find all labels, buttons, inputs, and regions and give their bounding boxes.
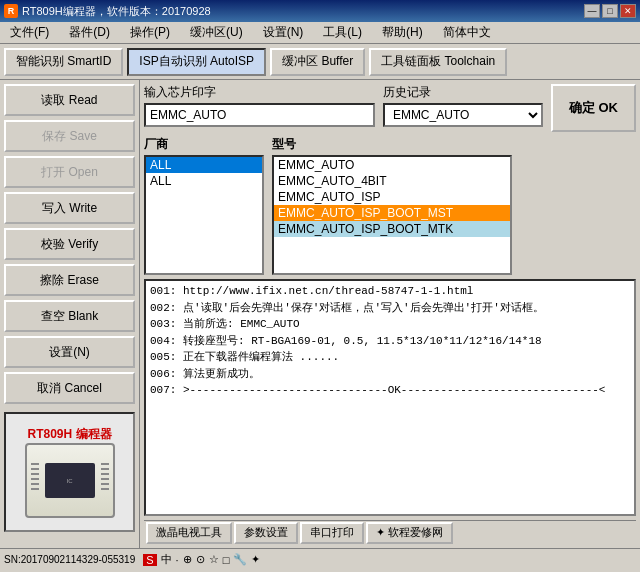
- minimize-button[interactable]: —: [584, 4, 600, 18]
- menu-operation[interactable]: 操作(P): [124, 22, 176, 43]
- save-button[interactable]: 保存 Save: [4, 120, 135, 152]
- status-icon-dot: ·: [176, 554, 179, 566]
- erase-button[interactable]: 擦除 Erase: [4, 264, 135, 296]
- read-button[interactable]: 读取 Read: [4, 84, 135, 116]
- toolchain-button[interactable]: 工具链面板 Toolchain: [369, 48, 507, 76]
- write-button[interactable]: 写入 Write: [4, 192, 135, 224]
- menu-tools[interactable]: 工具(L): [317, 22, 368, 43]
- lcd-tv-tool-button[interactable]: 激晶电视工具: [146, 522, 232, 544]
- log-line-6: 007: >------------------------------OK--…: [150, 382, 630, 399]
- auto-isp-button[interactable]: ISP自动识别 AutoISP: [127, 48, 266, 76]
- param-settings-button[interactable]: 参数设置: [234, 522, 298, 544]
- repair-network-button[interactable]: ✦ 软程爱修网: [366, 522, 453, 544]
- chip-pins-right: [101, 463, 109, 490]
- type-label: 型号: [272, 136, 512, 153]
- type-item-3[interactable]: EMMC_AUTO_ISP_BOOT_MST: [274, 205, 510, 221]
- status-icon-circle: ⊙: [196, 553, 205, 566]
- menu-language[interactable]: 简体中文: [437, 22, 497, 43]
- window-title: RT809H编程器，软件版本：20170928: [22, 4, 211, 19]
- status-icon-zh: 中: [161, 552, 172, 567]
- status-icon-star: ☆: [209, 553, 219, 566]
- input-section: 输入芯片印字: [144, 84, 375, 127]
- maximize-button[interactable]: □: [602, 4, 618, 18]
- status-icon-square: □: [223, 554, 230, 566]
- status-icon-s: S: [143, 554, 156, 566]
- status-icon-misc: ✦: [251, 553, 260, 566]
- type-item-1[interactable]: EMMC_AUTO_4BIT: [274, 173, 510, 189]
- history-section: 历史记录 EMMC_AUTO: [383, 84, 543, 127]
- history-label: 历史记录: [383, 84, 543, 101]
- vendor-group: 厂商 ALL ALL: [144, 136, 264, 275]
- vendor-item-all2[interactable]: ALL: [146, 173, 262, 189]
- right-panel: 输入芯片印字 历史记录 EMMC_AUTO 确定 OK 厂商 ALL ALL: [140, 80, 640, 548]
- select-row: 厂商 ALL ALL 型号 EMMC_AUTO EMMC_AUTO_4BIT E…: [144, 136, 636, 275]
- type-group: 型号 EMMC_AUTO EMMC_AUTO_4BIT EMMC_AUTO_IS…: [272, 136, 512, 275]
- top-row: 输入芯片印字 历史记录 EMMC_AUTO 确定 OK: [144, 84, 636, 132]
- log-line-5: 006: 算法更新成功。: [150, 366, 630, 383]
- title-bar: R RT809H编程器，软件版本：20170928 — □ ✕: [0, 0, 640, 22]
- device-image: RT809H 编程器 IC: [4, 412, 135, 532]
- vendor-item-all1[interactable]: ALL: [146, 157, 262, 173]
- main-content: 读取 Read 保存 Save 打开 Open 写入 Write 校验 Veri…: [0, 80, 640, 548]
- vendor-listbox[interactable]: ALL ALL: [144, 155, 264, 275]
- type-item-0[interactable]: EMMC_AUTO: [274, 157, 510, 173]
- log-line-0: 001: http://www.ifix.net.cn/thread-58747…: [150, 283, 630, 300]
- smart-id-button[interactable]: 智能识别 SmartID: [4, 48, 123, 76]
- device-body: IC: [25, 443, 115, 518]
- history-dropdown[interactable]: EMMC_AUTO: [383, 103, 543, 127]
- type-listbox[interactable]: EMMC_AUTO EMMC_AUTO_4BIT EMMC_AUTO_ISP E…: [272, 155, 512, 275]
- log-line-2: 003: 当前所选: EMMC_AUTO: [150, 316, 630, 333]
- blank-button[interactable]: 查空 Blank: [4, 300, 135, 332]
- ok-button[interactable]: 确定 OK: [551, 84, 636, 132]
- device-chip: IC: [45, 463, 95, 498]
- status-icons: S 中 · ⊕ ⊙ ☆ □ 🔧 ✦: [143, 552, 260, 567]
- type-item-2[interactable]: EMMC_AUTO_ISP: [274, 189, 510, 205]
- open-button[interactable]: 打开 Open: [4, 156, 135, 188]
- menu-settings[interactable]: 设置(N): [257, 22, 310, 43]
- cancel-button[interactable]: 取消 Cancel: [4, 372, 135, 404]
- sn-label: SN:20170902114329-055319: [4, 554, 135, 565]
- log-line-1: 002: 点'读取'后会先弹出'保存'对话框，点'写入'后会先弹出'打开'对话框…: [150, 300, 630, 317]
- verify-button[interactable]: 校验 Verify: [4, 228, 135, 260]
- chip-pins-left: [31, 463, 39, 490]
- log-area: 001: http://www.ifix.net.cn/thread-58747…: [144, 279, 636, 516]
- menu-bar: 文件(F) 器件(D) 操作(P) 缓冲区(U) 设置(N) 工具(L) 帮助(…: [0, 22, 640, 44]
- bottom-toolbar: 激晶电视工具 参数设置 串口打印 ✦ 软程爱修网: [144, 520, 636, 544]
- log-line-4: 005: 正在下载器件编程算法 ......: [150, 349, 630, 366]
- menu-file[interactable]: 文件(F): [4, 22, 55, 43]
- app-icon: R: [4, 4, 18, 18]
- type-item-4[interactable]: EMMC_AUTO_ISP_BOOT_MTK: [274, 221, 510, 237]
- toolbar: 智能识别 SmartID ISP自动识别 AutoISP 缓冲区 Buffer …: [0, 44, 640, 80]
- buffer-button[interactable]: 缓冲区 Buffer: [270, 48, 365, 76]
- history-dropdown-wrapper: EMMC_AUTO: [383, 103, 543, 127]
- device-label: RT809H 编程器: [27, 426, 111, 443]
- close-button[interactable]: ✕: [620, 4, 636, 18]
- status-icon-globe: ⊕: [183, 553, 192, 566]
- left-panel: 读取 Read 保存 Save 打开 Open 写入 Write 校验 Veri…: [0, 80, 140, 548]
- serial-print-button[interactable]: 串口打印: [300, 522, 364, 544]
- status-bar: SN:20170902114329-055319 S 中 · ⊕ ⊙ ☆ □ 🔧…: [0, 548, 640, 570]
- vendor-label: 厂商: [144, 136, 264, 153]
- menu-help[interactable]: 帮助(H): [376, 22, 429, 43]
- status-icon-wrench: 🔧: [233, 553, 247, 566]
- chip-input[interactable]: [144, 103, 375, 127]
- menu-device[interactable]: 器件(D): [63, 22, 116, 43]
- title-bar-buttons: — □ ✕: [584, 4, 636, 18]
- input-chip-label: 输入芯片印字: [144, 84, 375, 101]
- settings-button[interactable]: 设置(N): [4, 336, 135, 368]
- log-line-3: 004: 转接座型号: RT-BGA169-01, 0.5, 11.5*13/1…: [150, 333, 630, 350]
- menu-buffer[interactable]: 缓冲区(U): [184, 22, 249, 43]
